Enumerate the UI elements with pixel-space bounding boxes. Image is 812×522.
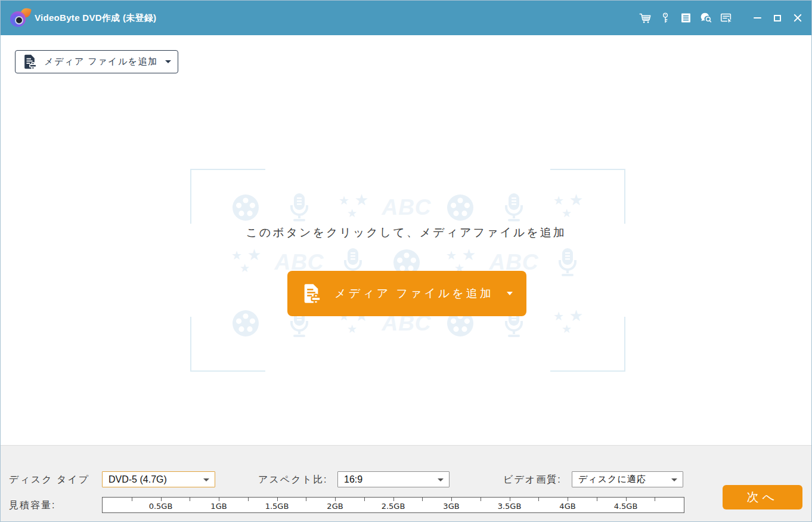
- close-icon[interactable]: [791, 10, 804, 26]
- add-media-primary-button[interactable]: メディア ファイルを追加: [287, 271, 526, 316]
- watermark-abc-text: ABC: [386, 190, 427, 225]
- watermark-microphone-icon: [278, 190, 320, 225]
- aspect-ratio-value: 16:9: [344, 474, 362, 485]
- feedback-icon[interactable]: [699, 10, 712, 26]
- capacity-tick-label: 3GB: [443, 502, 459, 511]
- capacity-tick: [132, 498, 132, 501]
- capacity-bar: 0.5GB1GB1.5GB2GB2.5GB3GB3.5GB4GB4.5GB: [102, 497, 684, 513]
- next-button[interactable]: 次へ: [723, 485, 802, 509]
- capacity-tick: [335, 498, 336, 501]
- titlebar: VideoByte DVD作成 (未登録): [1, 1, 811, 35]
- capacity-tick-label: 2.5GB: [382, 502, 405, 511]
- window-title: VideoByte DVD作成 (未登録): [35, 13, 156, 24]
- video-quality-dropdown[interactable]: ディスクに適応: [572, 471, 683, 487]
- capacity-tick-label: 1.5GB: [265, 502, 289, 511]
- maximize-icon[interactable]: [771, 10, 784, 26]
- drop-frame-corner: [190, 317, 265, 372]
- watermark-row: ★★★ ABC ★★★: [225, 190, 588, 225]
- disc-type-label: ディスク タイプ: [9, 474, 89, 486]
- drop-frame-corner: [190, 169, 265, 224]
- capacity-tick-label: 4GB: [559, 502, 575, 511]
- watermark-microphone-icon: [547, 245, 588, 280]
- chevron-down-icon: [671, 478, 677, 481]
- capacity-tick-label: 3.5GB: [498, 502, 522, 511]
- app-logo-icon: [10, 8, 30, 28]
- chevron-down-icon: [438, 478, 444, 481]
- watermark-stars-icon: ★★★: [225, 245, 266, 280]
- chevron-down-icon: [507, 292, 513, 295]
- estimated-capacity-label: 見積容量:: [9, 499, 55, 512]
- capacity-tick: [190, 498, 190, 501]
- chevron-down-icon: [203, 478, 209, 481]
- aspect-ratio-label: アスペクト比:: [258, 474, 327, 486]
- capacity-tick: [626, 498, 627, 501]
- add-media-toolbar-label: メディア ファイルを追加: [44, 56, 157, 67]
- add-media-toolbar-button[interactable]: メディア ファイルを追加: [15, 50, 178, 73]
- capacity-tick: [306, 498, 306, 501]
- cart-icon[interactable]: [639, 10, 652, 26]
- capacity-tick: [219, 498, 219, 501]
- capacity-tick: [248, 498, 249, 501]
- capacity-tick: [510, 498, 510, 501]
- video-quality-label: ビデオ画質:: [503, 474, 562, 486]
- aspect-ratio-dropdown[interactable]: 16:9: [337, 471, 450, 487]
- document-icon[interactable]: [679, 10, 692, 26]
- watermark-microphone-icon: [493, 190, 535, 225]
- capacity-tick-label: 1GB: [210, 502, 227, 511]
- app-window: VideoByte DVD作成 (未登録): [0, 0, 812, 522]
- capacity-tick: [161, 498, 162, 501]
- capacity-tick: [538, 498, 539, 501]
- capacity-tick-label: 2GB: [327, 502, 343, 511]
- watermark-film-reel-icon: [439, 190, 481, 225]
- titlebar-buttons: [639, 10, 811, 26]
- capacity-tick: [422, 498, 423, 501]
- chevron-down-icon: [165, 60, 171, 63]
- disc-type-value: DVD-5 (4.7G): [109, 474, 167, 485]
- capacity-tick: [568, 498, 568, 501]
- menu-icon[interactable]: [720, 10, 733, 26]
- drop-frame-corner: [550, 317, 625, 372]
- add-file-icon: [22, 54, 37, 69]
- bottom-settings-bar: ディスク タイプ DVD-5 (4.7G) アスペクト比: 16:9 ビデオ画質…: [1, 445, 811, 522]
- minimize-icon[interactable]: [751, 10, 764, 26]
- capacity-tick: [597, 498, 597, 501]
- capacity-tick: [364, 498, 365, 501]
- capacity-tick-label: 4.5GB: [614, 502, 638, 511]
- add-media-hint-text: このボタンをクリックして、メディアファイルを追加: [1, 225, 811, 240]
- video-quality-value: ディスクに適応: [578, 474, 646, 485]
- capacity-tick: [451, 498, 452, 501]
- key-register-icon[interactable]: [659, 10, 672, 26]
- capacity-tick-label: 0.5GB: [149, 502, 173, 511]
- add-media-primary-label: メディア ファイルを追加: [334, 286, 493, 301]
- watermark-stars-icon: ★★★: [332, 190, 374, 225]
- capacity-tick: [481, 498, 481, 501]
- capacity-tick: [393, 498, 394, 501]
- drop-frame-corner: [550, 169, 625, 224]
- disc-type-dropdown[interactable]: DVD-5 (4.7G): [102, 471, 215, 487]
- add-file-icon: [301, 283, 321, 304]
- capacity-tick: [655, 498, 655, 501]
- capacity-tick: [277, 498, 278, 501]
